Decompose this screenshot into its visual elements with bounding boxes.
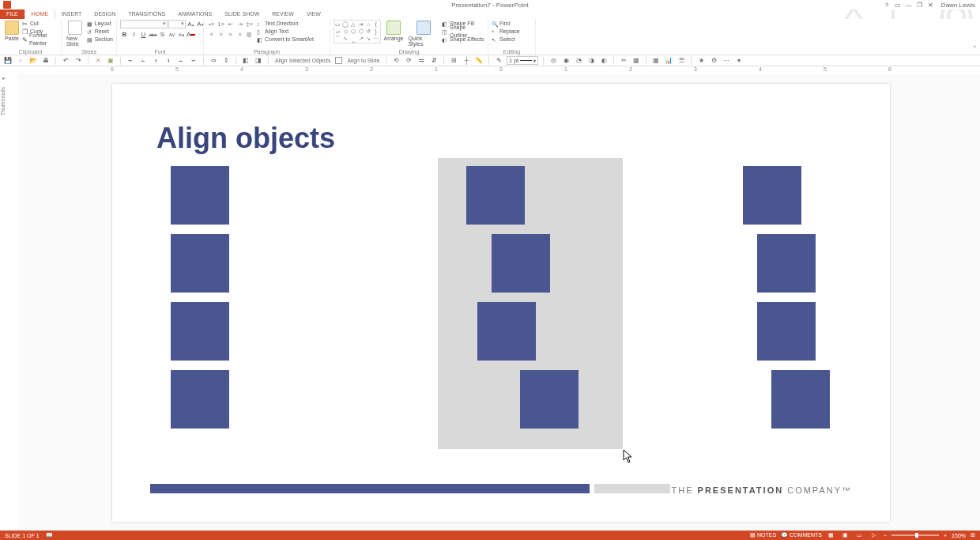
qat-merge-union-button[interactable]: ◎ xyxy=(548,56,558,66)
minimize-button[interactable]: — xyxy=(905,2,913,9)
arrange-button[interactable]: Arrange xyxy=(383,20,405,42)
tab-view[interactable]: VIEW xyxy=(300,9,327,19)
slide-workspace[interactable]: Align objects THE PRESENTATION COMPANY™ xyxy=(17,74,980,531)
shapes-gallery[interactable]: ▭◯△➔☆{ ▱◇⬠⬡↺} ⌒∿⎯↗↘⋯ xyxy=(334,20,381,43)
qat-merge-fragment-button[interactable]: ◔ xyxy=(574,56,583,66)
tab-animations[interactable]: ANIMATIONS xyxy=(172,9,218,19)
shape-square[interactable] xyxy=(757,302,816,361)
align-text-button[interactable]: ▯Align Text xyxy=(257,28,314,36)
qat-new-button[interactable]: ▫ xyxy=(16,56,25,66)
fit-to-window-button[interactable]: ⊞ xyxy=(971,532,975,538)
close-button[interactable]: ✕ xyxy=(927,2,935,9)
strike-button[interactable]: abc xyxy=(149,30,157,39)
qat-animation-pane-button[interactable]: ★ xyxy=(696,56,706,66)
tab-review[interactable]: REVIEW xyxy=(266,9,300,19)
qat-customize-button[interactable]: ▾ xyxy=(734,56,744,66)
align-left-button[interactable]: ≡ xyxy=(207,30,216,39)
line-spacing-button[interactable]: ‡≡ xyxy=(245,20,254,28)
qat-dist-v-button[interactable]: ⇕ xyxy=(221,56,231,66)
slide-counter[interactable]: SLIDE 1 OF 1 xyxy=(5,533,40,538)
shape-square[interactable] xyxy=(492,234,550,293)
align-center-button[interactable]: ≡ xyxy=(217,30,225,39)
tab-insert[interactable]: INSERT xyxy=(55,9,89,19)
qat-guides-button[interactable]: ┼ xyxy=(462,56,471,66)
zoom-slider[interactable] xyxy=(891,534,939,536)
bullets-button[interactable]: •≡ xyxy=(207,20,216,28)
qat-flip-v-button[interactable]: ⇵ xyxy=(429,56,439,66)
comments-button[interactable]: 💬 COMMENTS xyxy=(781,532,822,538)
shape-square[interactable] xyxy=(520,370,579,429)
qat-merge-intersect-button[interactable]: ◑ xyxy=(586,56,596,66)
qat-align-bottom-button[interactable]: ⫟ xyxy=(189,56,198,66)
qat-rotate-right-button[interactable]: ⟳ xyxy=(404,56,413,66)
char-spacing-button[interactable]: AV xyxy=(168,30,176,39)
zoom-in-button[interactable]: + xyxy=(944,533,947,538)
help-icon[interactable]: ? xyxy=(883,2,891,9)
shadow-button[interactable]: S xyxy=(158,30,167,39)
tab-transitions[interactable]: TRANSITIONS xyxy=(122,9,172,19)
tab-file[interactable]: FILE xyxy=(0,9,24,19)
shape-square[interactable] xyxy=(171,166,229,225)
qat-eyedropper-button[interactable]: ✎ xyxy=(494,56,503,66)
qat-selection-pane-button[interactable]: ☰ xyxy=(677,56,686,66)
section-button[interactable]: ▤Section xyxy=(87,36,113,43)
qat-send-back-button[interactable]: ◨ xyxy=(254,56,263,66)
thumbnails-pane-collapsed[interactable]: ▸ Thumbnails xyxy=(0,74,8,90)
numbering-button[interactable]: 1≡ xyxy=(217,20,225,28)
align-right-button[interactable]: ≡ xyxy=(226,30,235,39)
qat-format-pane-button[interactable]: ⚙ xyxy=(709,56,718,66)
tab-slideshow[interactable]: SLIDE SHOW xyxy=(218,9,266,19)
font-size-dropdown[interactable] xyxy=(168,20,186,28)
qat-align-right-button[interactable]: ⫞ xyxy=(151,56,160,66)
qat-merge-subtract-button[interactable]: ◐ xyxy=(599,56,609,66)
align-to-slide-label[interactable]: Align to Slide xyxy=(345,58,381,63)
align-to-slide-checkbox[interactable] xyxy=(335,57,342,64)
qat-align-left-button[interactable]: ⫟ xyxy=(126,56,135,66)
shape-square[interactable] xyxy=(743,166,801,225)
qat-print-button[interactable]: 🖶 xyxy=(41,56,51,66)
expand-thumbnails-icon[interactable]: ▸ xyxy=(0,74,8,82)
replace-button[interactable]: ᵃReplace xyxy=(492,28,520,36)
qat-save-button[interactable]: 💾 xyxy=(3,56,13,66)
qat-merge-combine-button[interactable]: ◉ xyxy=(561,56,571,66)
slide-title[interactable]: Align objects xyxy=(156,122,335,155)
change-case-button[interactable]: Aa xyxy=(177,30,186,39)
shape-square[interactable] xyxy=(171,234,229,293)
spellcheck-icon[interactable]: 📖 xyxy=(46,532,53,538)
tab-home[interactable]: HOME xyxy=(24,9,55,19)
qat-redo-button[interactable]: ↷ xyxy=(74,56,83,66)
qat-line-weight-dropdown[interactable]: 1 pt▾ xyxy=(507,56,538,65)
slide-canvas[interactable]: Align objects THE PRESENTATION COMPANY™ xyxy=(112,84,890,522)
format-painter-button[interactable]: Format Painter xyxy=(22,36,58,43)
normal-view-button[interactable]: ▦ xyxy=(827,531,836,539)
ribbon-display-options-icon[interactable]: ▭ xyxy=(894,2,902,9)
restore-button[interactable]: ❐ xyxy=(916,2,924,9)
paste-button[interactable]: Paste xyxy=(3,20,21,42)
slideshow-view-button[interactable]: ▷ xyxy=(869,531,879,539)
qat-dist-h-button[interactable]: ⇔ xyxy=(209,56,218,66)
qat-rotate-left-button[interactable]: ⟲ xyxy=(391,56,401,66)
font-color-button[interactable]: A xyxy=(187,30,195,39)
new-slide-button[interactable]: New Slide xyxy=(65,20,85,47)
qat-group-button[interactable]: ▣ xyxy=(106,56,115,66)
reset-button[interactable]: ↺Reset xyxy=(87,28,113,36)
increase-indent-button[interactable]: ⇥ xyxy=(236,20,244,28)
text-direction-button[interactable]: ↕Text Direction xyxy=(257,20,314,28)
layout-button[interactable]: ▦Layout xyxy=(87,20,113,28)
zoom-level[interactable]: 150% xyxy=(952,533,966,538)
shape-square[interactable] xyxy=(771,370,830,429)
qat-more-button[interactable]: ⋯ xyxy=(722,56,731,66)
collapse-ribbon-button[interactable]: ˄ xyxy=(973,45,977,53)
decrease-indent-button[interactable]: ⇤ xyxy=(226,20,235,28)
qat-crop-button[interactable]: ✂ xyxy=(619,56,628,66)
italic-button[interactable]: I xyxy=(130,30,138,39)
qat-flip-h-button[interactable]: ⇋ xyxy=(416,56,426,66)
underline-button[interactable]: U xyxy=(139,30,148,39)
sorter-view-button[interactable]: ▣ xyxy=(841,531,850,539)
reading-view-button[interactable]: ▭ xyxy=(855,531,865,539)
qat-undo-button[interactable]: ↶ xyxy=(61,56,70,66)
justify-button[interactable]: ≡ xyxy=(236,30,244,39)
qat-align-center-button[interactable]: ⫠ xyxy=(138,56,148,66)
qat-open-button[interactable]: 📂 xyxy=(28,56,38,66)
shape-square[interactable] xyxy=(477,302,536,361)
